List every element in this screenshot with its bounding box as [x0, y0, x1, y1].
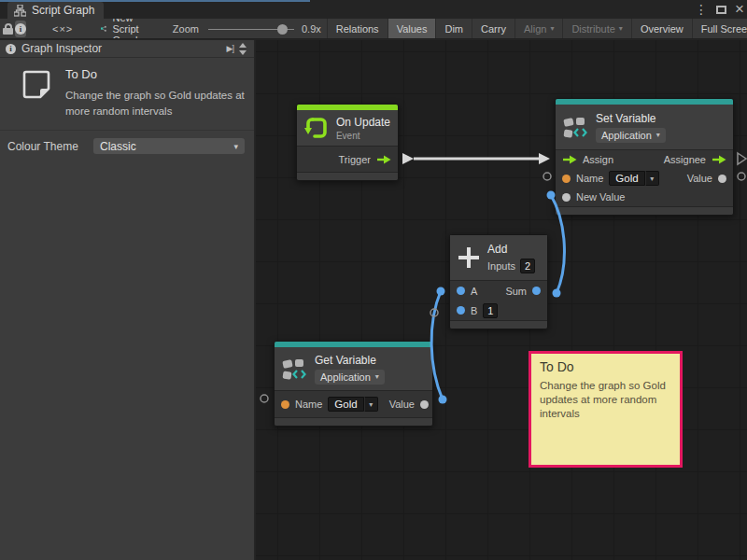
port-assign-input[interactable]	[562, 155, 577, 164]
port-sum-output[interactable]	[532, 287, 541, 295]
port-assignee-label: Assignee	[664, 154, 706, 165]
dock-panel-icon[interactable]: ▶]	[227, 44, 233, 53]
inputs-label: Inputs	[487, 260, 515, 272]
variable-scope-value: Application	[601, 130, 652, 141]
port-sum-label: Sum	[505, 286, 527, 297]
port-trigger-label: Trigger	[339, 154, 371, 165]
add-icon	[458, 246, 480, 269]
port-value-label: Value	[687, 173, 712, 184]
window-close-icon[interactable]: ×	[735, 3, 744, 16]
new-script-graph-label: New Script Graph	[112, 19, 148, 39]
chevron-down-icon: ▾	[550, 24, 554, 33]
wire-start-arrow	[402, 153, 414, 164]
node-footer	[297, 172, 398, 180]
window-maximize-icon[interactable]	[716, 6, 726, 14]
node-title: Get Variable	[315, 354, 385, 367]
variable-name-dropdown[interactable]: Gold ▾	[609, 171, 658, 186]
node-title: On Update	[336, 116, 390, 129]
port-hint-circle	[261, 395, 268, 402]
variable-scope-dropdown[interactable]: Application ▾	[315, 370, 385, 385]
graph-canvas[interactable]: On Update Event Trigger	[256, 40, 747, 560]
inspector-toggle-button[interactable]: i	[15, 21, 26, 37]
inspector-todo-section: To Do Change the graph so Gold updates a…	[0, 58, 254, 131]
align-label: Align	[524, 23, 546, 35]
sticky-note-text: Change the graph so Gold updates at more…	[540, 379, 670, 421]
variables-icon	[282, 357, 307, 381]
wire-endpoint-dot	[437, 287, 445, 296]
port-b-input[interactable]	[457, 306, 465, 315]
zoom-value: 0.9x	[302, 23, 321, 35]
toolbar-button-carry[interactable]: Carry	[472, 19, 514, 39]
new-script-graph-button[interactable]: New Script Graph	[101, 19, 148, 39]
toolbar-button-distribute[interactable]: Distribute ▾	[562, 19, 630, 39]
port-assignee-output[interactable]	[712, 155, 726, 164]
chevron-down-icon: ▾	[650, 175, 654, 183]
sticky-note[interactable]: To Do Change the graph so Gold updates a…	[529, 351, 683, 468]
toolbar-button-dim[interactable]: Dim	[435, 19, 472, 39]
toolbar-buttons: Relations Values Dim Carry Align ▾ Distr…	[327, 19, 747, 39]
window-menu-icon[interactable]: ⋮	[695, 3, 708, 16]
distribute-label: Distribute	[571, 23, 614, 35]
node-subtitle: Event	[336, 131, 390, 141]
port-value-output[interactable]	[420, 400, 429, 409]
zoom-slider[interactable]	[208, 22, 294, 35]
on-update-event-icon	[304, 116, 329, 140]
toolbar-button-align[interactable]: Align ▾	[514, 19, 562, 39]
port-name-label: Name	[576, 173, 603, 184]
panel-spinner[interactable]	[239, 43, 247, 55]
chevron-down-icon: ▾	[656, 131, 660, 139]
wire-endpoint-dot	[439, 396, 447, 404]
lock-graph-button[interactable]	[3, 21, 13, 37]
port-hint-circle	[430, 309, 438, 316]
zoom-slider-handle[interactable]	[277, 24, 288, 35]
sticky-note-title: To Do	[540, 359, 671, 374]
node-footer	[275, 417, 432, 426]
colour-theme-value: Classic	[100, 140, 136, 153]
graph-inspector-panel: i Graph Inspector ▶] To Do Change the gr…	[0, 40, 255, 560]
port-value-output[interactable]	[718, 175, 726, 183]
node-title: Set Variable	[596, 112, 666, 125]
node-on-update[interactable]: On Update Event Trigger	[296, 104, 399, 181]
variable-name-dropdown[interactable]: Gold ▾	[328, 397, 377, 412]
port-hint-circle	[543, 173, 551, 180]
code-icon: <×>	[52, 23, 73, 35]
port-b-value-field[interactable]: 1	[483, 303, 498, 318]
variable-name-value: Gold	[328, 397, 363, 412]
toolbar-button-fullscreen[interactable]: Full Screen	[692, 19, 747, 39]
node-add[interactable]: Add Inputs 2 A Sum B	[449, 234, 548, 329]
zoom-label: Zoom	[173, 23, 199, 35]
port-a-label: A	[471, 286, 477, 297]
graph-asset-icon	[101, 22, 106, 35]
colour-theme-dropdown[interactable]: Classic ▾	[93, 138, 245, 154]
tab-script-graph[interactable]: Script Graph	[7, 2, 104, 19]
inspector-todo-text: Change the graph so Gold updates at more…	[65, 88, 248, 119]
zoom-control: Zoom 0.9x	[173, 22, 321, 35]
port-a-input[interactable]	[457, 287, 465, 295]
port-newvalue-input[interactable]	[562, 193, 571, 202]
inputs-count-field[interactable]: 2	[520, 259, 535, 273]
chevron-down-icon: ▾	[375, 372, 379, 381]
node-get-variable[interactable]: Get Variable Application ▾ Name Gold ▾	[274, 341, 433, 427]
info-icon: i	[15, 23, 26, 35]
node-set-variable[interactable]: Set Variable Application ▾ Assign Assign…	[555, 98, 734, 216]
toolbar-button-overview[interactable]: Overview	[631, 19, 692, 39]
code-preview-button[interactable]: <×>	[52, 21, 73, 37]
port-trigger-output[interactable]	[376, 155, 391, 164]
colour-theme-label: Colour Theme	[7, 140, 93, 153]
wire-end-arrow	[539, 153, 550, 164]
port-newvalue-label: New Value	[576, 191, 625, 203]
port-value-label: Value	[389, 399, 415, 410]
graph-inspector-title: Graph Inspector	[21, 42, 102, 55]
port-name-input[interactable]	[562, 175, 571, 183]
chevron-down-icon: ▾	[619, 24, 623, 33]
graph-toolbar: i <×> New Script Graph Zoom 0.9x Relatio…	[0, 19, 747, 39]
sticky-note-icon	[21, 69, 52, 103]
port-name-input[interactable]	[281, 400, 289, 409]
toolbar-button-relations[interactable]: Relations	[327, 19, 388, 39]
node-title: Add	[487, 243, 535, 256]
toolbar-button-values[interactable]: Values	[388, 19, 436, 39]
port-b-label: B	[471, 305, 477, 316]
info-icon: i	[6, 44, 16, 54]
variable-scope-dropdown[interactable]: Application ▾	[596, 128, 666, 143]
chevron-down-icon: ▾	[233, 142, 238, 151]
